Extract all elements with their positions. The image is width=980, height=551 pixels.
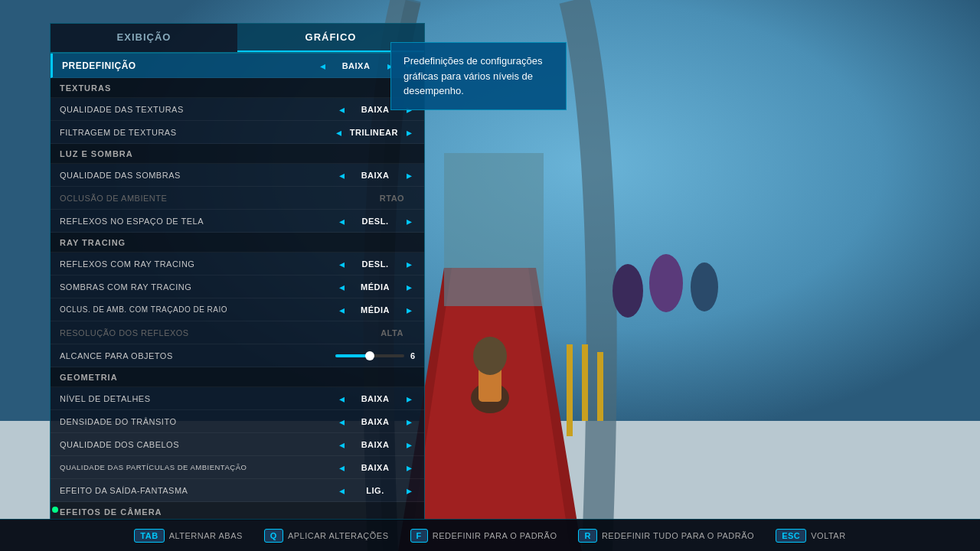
densidade-transito-arrow-right[interactable]: ▸ (403, 416, 415, 428)
svg-rect-6 (582, 344, 588, 421)
key-q: Q (264, 529, 283, 543)
svg-rect-5 (567, 344, 573, 436)
svg-rect-7 (597, 352, 603, 421)
qualidade-cabelos-arrow-left[interactable]: ◂ (335, 439, 348, 451)
filtragem-texturas-value: TRILINEAR (350, 128, 398, 137)
reflexos-espaco-tela-arrow-left[interactable]: ◂ (335, 215, 348, 227)
section-ray-tracing: RAY TRACING (51, 233, 424, 253)
setting-qualidade-texturas[interactable]: QUALIDADE DAS TEXTURAS ◂ BAIXA ▸ (51, 98, 424, 121)
ray-tracing-header: RAY TRACING (60, 238, 415, 247)
qualidade-texturas-label: QUALIDADE DAS TEXTURAS (60, 105, 335, 114)
oclusao-raio-arrow-left[interactable]: ◂ (335, 304, 348, 316)
reflexos-espaco-tela-arrow-right[interactable]: ▸ (403, 215, 415, 227)
nivel-detalhes-arrow-left[interactable]: ◂ (335, 393, 348, 405)
key-f: F (410, 529, 428, 543)
setting-reflexos-ray-tracing[interactable]: REFLEXOS COM RAY TRACING ◂ DESL. ▸ (51, 253, 424, 276)
oclusao-raio-label: OCLUS. DE AMB. COM TRAÇADO DE RAIO (60, 305, 335, 314)
tab-exibicao[interactable]: EXIBIÇÃO (51, 24, 237, 52)
qualidade-cabelos-arrow-right[interactable]: ▸ (403, 439, 415, 451)
filtragem-texturas-arrow-right[interactable]: ▸ (403, 126, 415, 139)
qualidade-sombras-arrow-left[interactable]: ◂ (335, 169, 348, 181)
tab-bar: EXIBIÇÃO GRÁFICO (51, 24, 424, 54)
sombras-ray-tracing-value: MÉDIA (352, 282, 398, 292)
setting-sombras-ray-tracing[interactable]: SOMBRAS COM RAY TRACING ◂ MÉDIA ▸ (51, 276, 424, 298)
bottom-item-q: Q APLICAR ALTERAÇÕES (264, 529, 389, 543)
label-esc: VOLTAR (811, 531, 845, 540)
setting-densidade-transito[interactable]: DENSIDADE DO TRÂNSITO ◂ BAIXA ▸ (51, 410, 424, 433)
predefinicao-value: BAIXA (333, 61, 379, 70)
section-luz-sombra: LUZ E SOMBRA (51, 144, 424, 164)
qualidade-sombras-value: BAIXA (352, 171, 398, 180)
settings-panel: EXIBIÇÃO GRÁFICO PREDEFINIÇÃO ◂ BAIXA ▸ … (50, 23, 425, 520)
setting-resolucao-reflexos: RESOLUÇÃO DOS REFLEXOS ALTA (51, 321, 424, 344)
reflexos-espaco-tela-label: REFLEXOS NO ESPAÇO DE TELA (60, 217, 335, 226)
qualidade-particulas-label: QUALIDADE DAS PARTÍCULAS DE AMBIENTAÇÃO (60, 463, 335, 471)
svg-point-9 (649, 254, 683, 312)
efeito-saida-fantasma-value: LIG. (352, 486, 398, 495)
status-dot (52, 507, 58, 513)
setting-filtragem-texturas[interactable]: FILTRAGEM DE TEXTURAS ◂ TRILINEAR ▸ (51, 121, 424, 144)
oclusao-ambiente-label: OCLUSÃO DE AMBIENTE (60, 194, 369, 203)
reflexos-ray-tracing-arrow-left[interactable]: ◂ (335, 258, 348, 270)
reflexos-ray-tracing-arrow-right[interactable]: ▸ (403, 258, 415, 270)
efeito-saida-fantasma-arrow-right[interactable]: ▸ (403, 484, 415, 497)
svg-point-8 (612, 264, 643, 318)
reflexos-espaco-tela-value: DESL. (352, 217, 398, 226)
svg-point-10 (691, 262, 718, 311)
setting-oclusao-raio[interactable]: OCLUS. DE AMB. COM TRAÇADO DE RAIO ◂ MÉD… (51, 298, 424, 321)
filtragem-texturas-arrow-left[interactable]: ◂ (333, 126, 345, 139)
densidade-transito-label: DENSIDADE DO TRÂNSITO (60, 417, 335, 426)
texturas-header: TEXTURAS (60, 83, 415, 93)
svg-rect-4 (444, 153, 544, 306)
oclusao-ambiente-value: RTAO (369, 194, 415, 203)
qualidade-sombras-arrow-right[interactable]: ▸ (403, 169, 415, 181)
densidade-transito-value: BAIXA (352, 417, 398, 426)
setting-qualidade-particulas[interactable]: QUALIDADE DAS PARTÍCULAS DE AMBIENTAÇÃO … (51, 456, 424, 479)
label-r: REDEFINIR TUDO PARA O PADRÃO (602, 531, 754, 540)
resolucao-reflexos-value: ALTA (369, 328, 415, 337)
alcance-objetos-track[interactable] (335, 354, 404, 357)
sombras-ray-tracing-arrow-right[interactable]: ▸ (403, 281, 415, 293)
qualidade-cabelos-value: BAIXA (352, 440, 398, 449)
label-tab: ALTERNAR ABAS (169, 531, 243, 540)
predefinicao-arrow-left[interactable]: ◂ (316, 60, 328, 72)
reflexos-ray-tracing-value: DESL. (352, 259, 398, 269)
key-r: R (578, 529, 596, 543)
predefinicao-label: PREDEFINIÇÃO (62, 60, 316, 71)
bottom-bar: TAB ALTERNAR ABAS Q APLICAR ALTERAÇÕES F… (0, 519, 980, 551)
resolucao-reflexos-label: RESOLUÇÃO DOS REFLEXOS (60, 328, 369, 337)
setting-efeito-saida-fantasma[interactable]: EFEITO DA SAÍDA-FANTASMA ◂ LIG. ▸ (51, 479, 424, 502)
alcance-objetos-label: ALCANCE PARA OBJETOS (60, 351, 335, 360)
qualidade-particulas-arrow-left[interactable]: ◂ (335, 461, 348, 474)
filtragem-texturas-label: FILTRAGEM DE TEXTURAS (60, 128, 333, 137)
nivel-detalhes-arrow-right[interactable]: ▸ (403, 393, 415, 405)
efeito-saida-fantasma-arrow-left[interactable]: ◂ (335, 484, 348, 497)
tooltip-text: Predefinições de configurações gráficas … (403, 55, 542, 96)
reflexos-ray-tracing-label: REFLEXOS COM RAY TRACING (60, 259, 335, 269)
alcance-objetos-thumb[interactable] (365, 351, 374, 360)
setting-qualidade-cabelos[interactable]: QUALIDADE DOS CABELOS ◂ BAIXA ▸ (51, 433, 424, 456)
label-q: APLICAR ALTERAÇÕES (288, 531, 389, 540)
qualidade-texturas-arrow-left[interactable]: ◂ (335, 103, 348, 116)
geometria-header: GEOMETRIA (60, 373, 415, 382)
qualidade-particulas-arrow-right[interactable]: ▸ (403, 461, 415, 474)
qualidade-sombras-label: QUALIDADE DAS SOMBRAS (60, 171, 335, 180)
bottom-item-f: F REDEFINIR PARA O PADRÃO (410, 529, 557, 543)
section-geometria: GEOMETRIA (51, 367, 424, 387)
label-f: REDEFINIR PARA O PADRÃO (433, 531, 557, 540)
setting-nivel-detalhes[interactable]: NÍVEL DE DETALHES ◂ BAIXA ▸ (51, 387, 424, 410)
section-texturas: TEXTURAS (51, 78, 424, 98)
alcance-objetos-value: 6 (410, 351, 415, 360)
setting-reflexos-espaco-tela[interactable]: REFLEXOS NO ESPAÇO DE TELA ◂ DESL. ▸ (51, 210, 424, 233)
nivel-detalhes-label: NÍVEL DE DETALHES (60, 394, 335, 403)
setting-predefinicao[interactable]: PREDEFINIÇÃO ◂ BAIXA ▸ ↩ (51, 54, 424, 78)
svg-point-13 (473, 337, 507, 375)
sombras-ray-tracing-arrow-left[interactable]: ◂ (335, 281, 348, 293)
densidade-transito-arrow-left[interactable]: ◂ (335, 416, 348, 428)
bottom-item-tab: TAB ALTERNAR ABAS (134, 529, 242, 543)
setting-qualidade-sombras[interactable]: QUALIDADE DAS SOMBRAS ◂ BAIXA ▸ (51, 164, 424, 187)
key-tab: TAB (134, 529, 164, 543)
setting-alcance-objetos[interactable]: ALCANCE PARA OBJETOS 6 (51, 344, 424, 367)
qualidade-cabelos-label: QUALIDADE DOS CABELOS (60, 440, 335, 449)
oclusao-raio-arrow-right[interactable]: ▸ (403, 304, 415, 316)
